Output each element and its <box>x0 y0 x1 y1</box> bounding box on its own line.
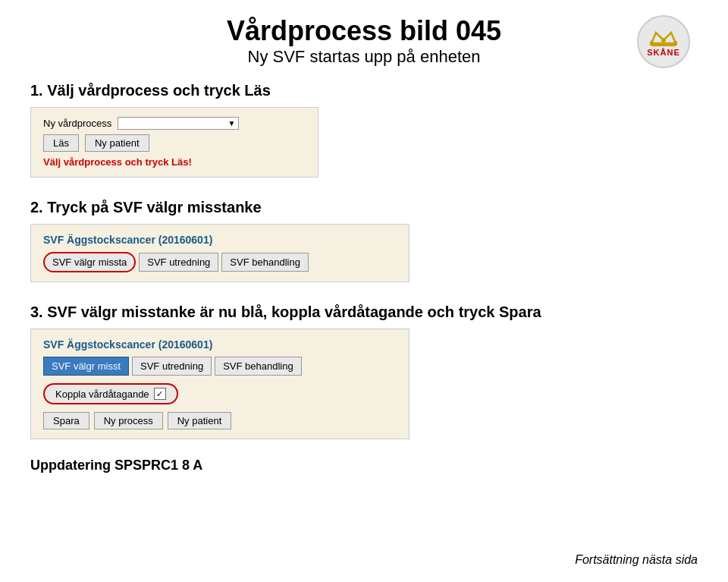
ny-vardprocess-label: Ny vårdprocess <box>43 118 111 129</box>
svf-label-2: SVF Äggstockscancer <box>43 234 155 246</box>
svf-tab-misstanke-3[interactable]: SVF välgr misst <box>43 357 129 376</box>
ny-process-button[interactable]: Ny process <box>94 412 163 429</box>
bottom-buttons: Spara Ny process Ny patient <box>43 412 397 429</box>
crown-icon <box>650 27 677 48</box>
logo-circle: SKÅNE <box>637 15 690 68</box>
koppla-vardatagande-button[interactable]: Koppla vårdåtagande ✓ <box>43 383 178 404</box>
section2-title: 2. Tryck på SVF välgr misstanke <box>30 199 698 216</box>
svf-title-3: SVF Äggstockscancer (20160601) <box>43 338 397 351</box>
section3-box: SVF Äggstockscancer (20160601) SVF välgr… <box>30 329 410 439</box>
svf-tab-utredning-3[interactable]: SVF utredning <box>132 357 212 376</box>
footer-nav: Fortsättning nästa sida <box>575 553 698 567</box>
svf-tab-behandling-2[interactable]: SVF behandling <box>221 253 309 272</box>
koppla-checkbox[interactable]: ✓ <box>154 388 166 400</box>
svg-rect-4 <box>651 43 676 46</box>
ny-patient-button-1[interactable]: Ny patient <box>85 134 149 152</box>
las-button[interactable]: Läs <box>43 134 79 152</box>
section2: 2. Tryck på SVF välgr misstanke SVF Äggs… <box>30 199 698 290</box>
section3: 3. SVF välgr misstanke är nu blå, koppla… <box>30 304 698 447</box>
svf-tab-utredning-2[interactable]: SVF utredning <box>139 253 218 272</box>
vardprocess-select[interactable]: ▼ <box>118 117 239 130</box>
logo: SKÅNE <box>637 15 698 68</box>
svf-tab-behandling-3[interactable]: SVF behandling <box>215 357 302 376</box>
svf-title-2: SVF Äggstockscancer (20160601) <box>43 234 397 246</box>
koppla-row: Koppla vårdåtagande ✓ <box>43 383 397 404</box>
section1-buttons-row: Läs Ny patient <box>43 134 306 152</box>
spara-button[interactable]: Spara <box>43 412 89 429</box>
svf-date-3: (20160601) <box>158 338 213 351</box>
page-subtitle: Ny SVF startas upp på enheten <box>30 47 698 67</box>
section1-hint: Välj vårdprocess och tryck Läs! <box>43 156 306 168</box>
svf-date-2: (20160601) <box>158 234 213 246</box>
logo-text: SKÅNE <box>647 48 680 57</box>
check-icon: ✓ <box>156 389 163 399</box>
ny-patient-button-3[interactable]: Ny patient <box>168 412 232 429</box>
section2-box: SVF Äggstockscancer (20160601) SVF välgr… <box>30 224 410 282</box>
chevron-down-icon: ▼ <box>228 119 235 127</box>
svf-tab-misstanke-2[interactable]: SVF välgr missta <box>43 252 136 272</box>
section1-row1: Ny vårdprocess ▼ <box>43 117 306 130</box>
svf-label-3: SVF Äggstockscancer <box>43 338 155 351</box>
koppla-label: Koppla vårdåtagande <box>55 389 149 400</box>
section1-title: 1. Välj vårdprocess och tryck Läs <box>30 82 698 99</box>
page-header: Vårdprocess bild 045 Ny SVF startas upp … <box>30 15 698 67</box>
section1: 1. Välj vårdprocess och tryck Läs Ny vår… <box>30 82 698 185</box>
footer-update: Uppdatering SPSPRC1 8 A <box>30 458 698 473</box>
svf-tabs-3: SVF välgr misst SVF utredning SVF behand… <box>43 357 397 376</box>
section3-title: 3. SVF välgr misstanke är nu blå, koppla… <box>30 304 698 321</box>
section1-box: Ny vårdprocess ▼ Läs Ny patient Välj vår… <box>30 107 318 178</box>
svf-tabs-2: SVF välgr missta SVF utredning SVF behan… <box>43 252 397 272</box>
page-title: Vårdprocess bild 045 <box>30 15 698 47</box>
svg-point-2 <box>661 38 666 42</box>
